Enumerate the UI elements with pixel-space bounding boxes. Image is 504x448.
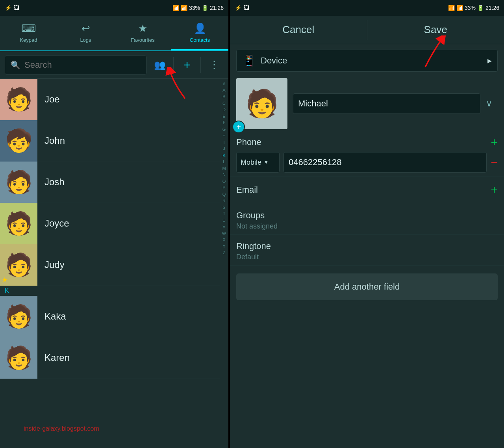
device-selector[interactable]: 📱 Device ▶ bbox=[236, 50, 498, 72]
contact-photo-icon: 🧑 bbox=[245, 88, 279, 119]
usb-icon: ⚡ bbox=[5, 5, 11, 11]
alpha-u[interactable]: U bbox=[222, 217, 226, 224]
alpha-y[interactable]: Y bbox=[222, 243, 225, 250]
search-input[interactable] bbox=[24, 60, 141, 70]
contact-row-judy[interactable]: 🧑 ★ Judy bbox=[0, 244, 220, 286]
alpha-s[interactable]: S bbox=[222, 204, 225, 211]
alpha-k[interactable]: K bbox=[222, 152, 225, 159]
phone-input[interactable] bbox=[289, 157, 482, 167]
contact-list: 🧑 Joe 🧒 John 🧑 Josh 🧑 bbox=[0, 79, 228, 448]
header-bar: Cancel Save bbox=[230, 16, 504, 44]
save-label: Save bbox=[424, 24, 447, 36]
alpha-d[interactable]: D bbox=[222, 106, 226, 113]
alpha-l[interactable]: L bbox=[223, 158, 225, 165]
right-panel: ⚡ 🖼 📶 📶 33% 🔋 21:26 Cancel Save bbox=[230, 0, 504, 448]
cancel-button[interactable]: Cancel bbox=[230, 16, 367, 44]
tab-favourites[interactable]: ★ Favourites bbox=[114, 16, 171, 50]
left-status-icons: ⚡ 🖼 bbox=[5, 5, 19, 11]
time-left: 21:26 bbox=[210, 5, 224, 11]
tab-keypad[interactable]: ⌨ Keypad bbox=[0, 16, 57, 50]
contact-row-john[interactable]: 🧒 John bbox=[0, 120, 220, 162]
contact-row-kaka[interactable]: 🧑 Kaka bbox=[0, 296, 220, 337]
contact-avatar-judy: 🧑 ★ bbox=[0, 244, 37, 286]
alpha-c[interactable]: C bbox=[222, 100, 226, 107]
contact-avatar-john: 🧒 bbox=[0, 120, 37, 162]
battery-percent: 33% bbox=[189, 5, 200, 11]
ringtone-section: Ringtone Default bbox=[230, 235, 504, 266]
contact-name-kaka: Kaka bbox=[37, 311, 215, 322]
phone-remove-button[interactable]: − bbox=[491, 156, 498, 168]
contacts-icon: 👤 bbox=[194, 22, 206, 35]
right-battery-percent: 33% bbox=[465, 5, 476, 11]
alpha-j[interactable]: J bbox=[223, 145, 225, 152]
save-button[interactable]: Save bbox=[367, 16, 504, 44]
alpha-a[interactable]: A bbox=[222, 87, 225, 94]
phone-section-title: Phone bbox=[236, 137, 261, 147]
photo-add-button[interactable]: + bbox=[232, 121, 245, 133]
alpha-h[interactable]: H bbox=[222, 132, 226, 139]
groups-section: Groups Not assigned bbox=[230, 204, 504, 235]
phone-row: Mobile ▼ − bbox=[236, 152, 498, 173]
tab-logs[interactable]: ↩ Logs bbox=[57, 16, 114, 50]
phone-section-header: Phone + bbox=[236, 136, 498, 148]
right-wifi-icon: 📶 bbox=[448, 5, 455, 11]
contact-row-karen[interactable]: 🧑 Karen bbox=[0, 337, 220, 379]
tab-contacts[interactable]: 👤 Contacts bbox=[171, 16, 228, 50]
email-add-button[interactable]: + bbox=[491, 184, 498, 196]
alpha-p[interactable]: P bbox=[222, 184, 225, 191]
contact-row-joe[interactable]: 🧑 Joe bbox=[0, 79, 220, 120]
alpha-b[interactable]: B bbox=[222, 93, 225, 100]
contact-row-josh[interactable]: 🧑 Josh bbox=[0, 162, 220, 203]
more-options-button[interactable]: ⋮ bbox=[205, 56, 224, 74]
alpha-w[interactable]: W bbox=[222, 230, 226, 237]
alpha-r[interactable]: R bbox=[222, 197, 226, 204]
name-expand-button[interactable]: ∨ bbox=[480, 93, 498, 114]
right-status-bar: ⚡ 🖼 📶 📶 33% 🔋 21:26 bbox=[230, 0, 504, 16]
right-time: 21:26 bbox=[485, 5, 499, 11]
name-input-box[interactable] bbox=[293, 93, 480, 114]
phone-add-button[interactable]: + bbox=[491, 136, 498, 148]
groups-title: Groups bbox=[236, 210, 498, 221]
alpha-f[interactable]: F bbox=[223, 119, 226, 126]
logs-icon: ↩ bbox=[82, 22, 90, 35]
alpha-q[interactable]: Q bbox=[222, 191, 226, 198]
contact-edit-area: 🧑 + ∨ bbox=[230, 72, 504, 129]
alpha-i[interactable]: I bbox=[223, 139, 224, 146]
alpha-z[interactable]: Z bbox=[223, 249, 226, 256]
left-tab-bar: ⌨ Keypad ↩ Logs ★ Favourites 👤 Contacts bbox=[0, 16, 228, 51]
search-icon: 🔍 bbox=[11, 60, 20, 70]
contact-photo-box[interactable]: 🧑 + bbox=[236, 78, 287, 129]
groups-value: Not assigned bbox=[236, 222, 498, 231]
alphabet-sidebar[interactable]: # A B C D E F G H I J K L M N O P Q R S … bbox=[220, 79, 228, 448]
tab-logs-label: Logs bbox=[80, 37, 91, 43]
alpha-t[interactable]: T bbox=[223, 210, 226, 217]
search-separator2 bbox=[200, 57, 201, 73]
alpha-n[interactable]: N bbox=[222, 171, 226, 178]
contact-avatar-josh: 🧑 bbox=[0, 162, 37, 203]
battery-icon: 🔋 bbox=[202, 5, 208, 11]
add-another-field-button[interactable]: Add another field bbox=[236, 273, 498, 300]
contact-avatar-joyce: 🧑 bbox=[0, 203, 37, 244]
name-input[interactable] bbox=[298, 99, 475, 109]
contact-name-karen: Karen bbox=[37, 352, 215, 363]
phone-type-label: Mobile bbox=[241, 158, 261, 167]
alpha-e[interactable]: E bbox=[222, 113, 225, 120]
contact-avatar-kaka: 🧑 bbox=[0, 296, 37, 337]
name-area: ∨ bbox=[293, 78, 498, 129]
right-status-right: 📶 📶 33% 🔋 21:26 bbox=[448, 5, 499, 11]
alpha-o[interactable]: O bbox=[222, 178, 226, 185]
alpha-m[interactable]: M bbox=[222, 165, 226, 172]
phone-type-selector[interactable]: Mobile ▼ bbox=[236, 152, 280, 173]
right-signal-icon: 📶 bbox=[456, 5, 463, 11]
search-input-wrapper[interactable]: 🔍 bbox=[5, 56, 146, 74]
search-bar: 🔍 👥 + ⋮ bbox=[0, 51, 228, 79]
add-contact-button[interactable]: + bbox=[178, 56, 196, 74]
contacts-scroll[interactable]: 🧑 Joe 🧒 John 🧑 Josh 🧑 bbox=[0, 79, 220, 448]
alpha-x[interactable]: X bbox=[222, 236, 225, 243]
alpha-v[interactable]: V bbox=[222, 223, 225, 230]
alpha-g[interactable]: G bbox=[222, 126, 226, 133]
contact-row-joyce[interactable]: 🧑 Joyce bbox=[0, 203, 220, 244]
group-action-button[interactable]: 👥 bbox=[150, 56, 169, 74]
phone-input-box[interactable] bbox=[284, 152, 487, 173]
alpha-hash[interactable]: # bbox=[223, 80, 225, 87]
